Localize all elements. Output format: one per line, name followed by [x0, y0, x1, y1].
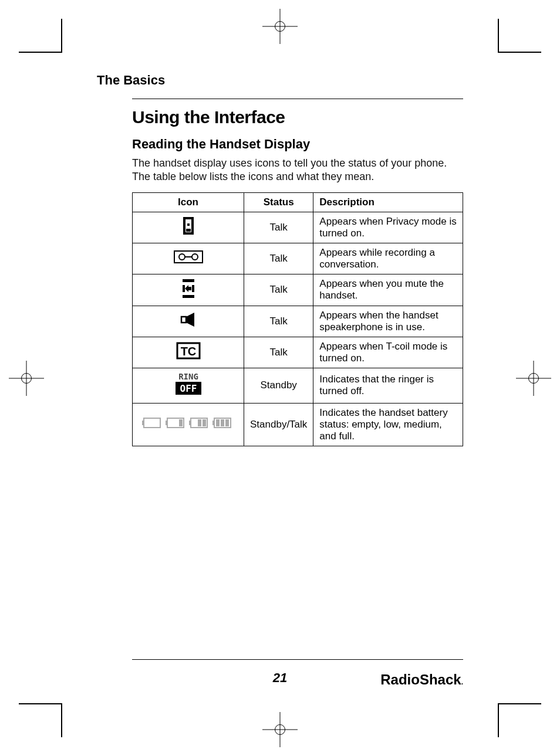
status-cell: Talk	[244, 274, 313, 306]
svg-rect-26	[166, 421, 167, 425]
registration-mark	[271, 18, 289, 35]
speaker-icon	[180, 312, 197, 327]
status-cell: Talk	[244, 306, 313, 337]
table-row: TC Talk Appears when T-coil mode is turn…	[133, 337, 463, 368]
registration-mark	[18, 369, 35, 387]
svg-rect-23	[144, 418, 160, 428]
description-cell: Indicates that the ringer is turned off.	[313, 368, 463, 403]
svg-rect-0	[183, 217, 194, 219]
svg-point-7	[179, 254, 185, 260]
ring-off-icon: RING OFF	[172, 372, 205, 396]
description-cell: Appears when you mute the handset.	[313, 274, 463, 306]
table-row: Talk Appears when the handset speakerpho…	[133, 306, 463, 337]
divider	[132, 659, 463, 660]
svg-rect-2	[183, 219, 185, 232]
table-row: Standby/Talk Indicates the handset batte…	[133, 403, 463, 446]
svg-text:OFF: OFF	[180, 383, 197, 394]
svg-rect-24	[142, 421, 144, 425]
svg-rect-10	[183, 279, 194, 282]
description-cell: Appears when Privacy mode is turned on.	[313, 212, 463, 243]
intro-text: The handset display uses icons to tell y…	[132, 157, 463, 184]
description-cell: Appears when the handset speakerphone is…	[313, 306, 463, 337]
crop-mark	[499, 703, 541, 704]
svg-rect-16	[181, 317, 186, 323]
table-header-icon: Icon	[133, 192, 244, 212]
section-header: The Basics	[97, 73, 463, 88]
svg-rect-1	[183, 232, 194, 235]
recording-icon	[174, 250, 203, 263]
divider	[132, 99, 463, 99]
crop-mark	[19, 52, 61, 53]
table-row: Talk Appears while recording a conversat…	[133, 243, 463, 274]
svg-rect-13	[192, 285, 194, 292]
description-cell: Indicates the handset battery status: em…	[313, 403, 463, 446]
crop-mark	[61, 19, 62, 53]
svg-point-8	[192, 254, 198, 260]
svg-marker-17	[186, 313, 194, 327]
crop-mark	[499, 52, 541, 53]
description-cell: Appears when T-coil mode is turned on.	[313, 337, 463, 368]
table-row: Talk Appears when you mute the handset.	[133, 274, 463, 306]
page-content: The Basics Using the Interface Reading t…	[62, 52, 498, 704]
svg-text:TC: TC	[180, 345, 196, 358]
svg-text:RING: RING	[178, 372, 198, 381]
svg-rect-29	[189, 421, 191, 425]
brand-logo: RadioShack.	[380, 672, 463, 688]
table-row: RING OFF Standby Indicates that the ring…	[133, 368, 463, 403]
main-heading: Using the Interface	[132, 107, 463, 127]
icon-table: Icon Status Description	[132, 192, 463, 446]
crop-mark	[61, 703, 62, 737]
crop-mark	[498, 19, 499, 53]
privacy-icon	[181, 216, 196, 236]
svg-rect-11	[183, 295, 194, 298]
table-header-description: Description	[313, 192, 463, 212]
tcoil-icon: TC	[176, 342, 201, 360]
svg-rect-35	[221, 419, 224, 426]
svg-rect-31	[203, 419, 206, 426]
svg-rect-33	[212, 421, 214, 425]
mute-icon	[180, 278, 197, 299]
status-cell: Talk	[244, 243, 313, 274]
description-cell: Appears while recording a conversation.	[313, 243, 463, 274]
svg-rect-30	[198, 419, 201, 426]
svg-rect-15	[188, 287, 191, 290]
svg-rect-12	[183, 285, 185, 292]
sub-heading: Reading the Handset Display	[132, 137, 463, 152]
registration-mark	[525, 369, 542, 387]
status-cell: Standby/Talk	[244, 403, 313, 446]
status-cell: Talk	[244, 212, 313, 243]
svg-rect-4	[187, 223, 190, 226]
table-row: Talk Appears when Privacy mode is turned…	[133, 212, 463, 243]
footer: 21 RadioShack.	[97, 659, 463, 686]
svg-rect-27	[179, 419, 183, 426]
registration-mark	[271, 721, 289, 738]
svg-rect-36	[225, 419, 229, 426]
svg-rect-3	[191, 219, 194, 232]
svg-rect-5	[186, 229, 191, 232]
crop-mark	[498, 703, 499, 737]
status-cell: Standby	[244, 368, 313, 403]
svg-rect-34	[216, 419, 220, 426]
crop-mark	[19, 703, 61, 704]
svg-marker-14	[185, 285, 188, 292]
status-cell: Talk	[244, 337, 313, 368]
battery-icon	[141, 416, 235, 430]
table-header-status: Status	[244, 192, 313, 212]
